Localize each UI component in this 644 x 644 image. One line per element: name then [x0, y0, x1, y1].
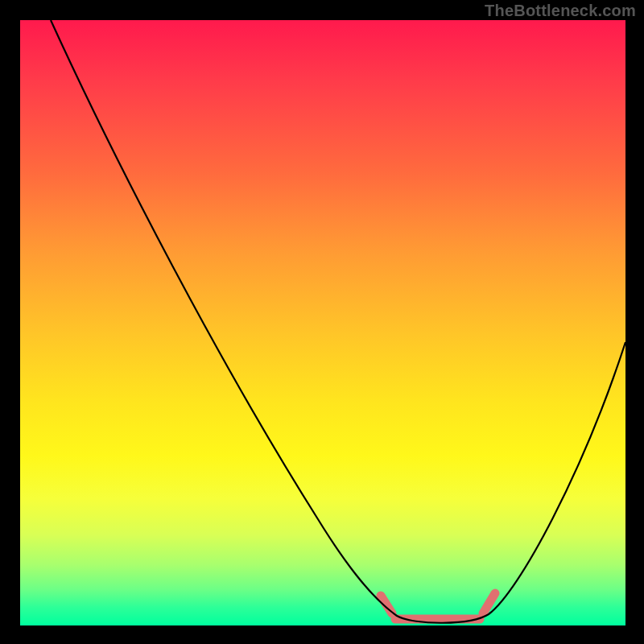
watermark-text: TheBottleneck.com — [485, 2, 636, 20]
highlight-band — [381, 593, 495, 619]
curve-layer — [20, 20, 625, 625]
bottleneck-curve — [51, 20, 625, 623]
chart-stage: TheBottleneck.com — [0, 0, 644, 644]
plot-area — [20, 20, 625, 625]
